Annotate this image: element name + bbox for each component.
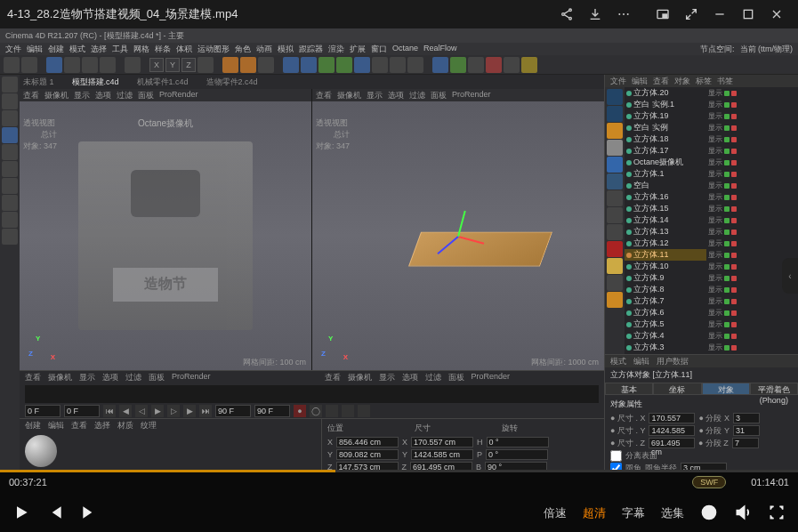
- tl-display2[interactable]: 显示: [379, 372, 395, 383]
- oc-icon-s2[interactable]: [607, 292, 623, 308]
- menu-octane[interactable]: Octane: [392, 44, 418, 54]
- tl-play-icon[interactable]: ▶: [151, 405, 164, 417]
- attr-edit[interactable]: 编辑: [633, 356, 649, 367]
- hierarchy-item[interactable]: 立方体.1: [625, 168, 706, 180]
- attr-tab-coord[interactable]: 坐标: [653, 383, 701, 395]
- timeline-end2[interactable]: [254, 405, 290, 417]
- move-tool-icon[interactable]: [64, 57, 80, 73]
- model-mode-icon[interactable]: [2, 77, 18, 93]
- coord-size[interactable]: 170.557 cm: [411, 437, 473, 447]
- attr-size[interactable]: 170.557 cm: [649, 413, 695, 423]
- menu-spline[interactable]: 样条: [155, 44, 171, 54]
- vp-prorender[interactable]: ProRender: [159, 90, 198, 101]
- side-expand-button[interactable]: ‹: [782, 258, 798, 294]
- viewport-right[interactable]: 查看 摄像机 显示 选项 过滤 面板 ProRender 透视视图 总计 对象:…: [312, 89, 604, 370]
- object-tags[interactable]: 显示 显示 显示 显示 显示 显示 显示 显示 显示 显示 显示 显示 显示 显…: [706, 87, 798, 354]
- oc-icon-10[interactable]: [607, 275, 623, 291]
- tl-prev-frame-icon[interactable]: ◁: [135, 405, 148, 417]
- workplane-icon[interactable]: [2, 195, 18, 211]
- mat-view[interactable]: 查看: [71, 420, 87, 431]
- pip-button[interactable]: [649, 2, 677, 27]
- tl-key-scale-icon[interactable]: [342, 405, 354, 417]
- hierarchy-item[interactable]: 立方体.19: [625, 110, 706, 122]
- axis-mode-icon[interactable]: [2, 110, 18, 126]
- menu-window[interactable]: 窗口: [371, 44, 387, 54]
- render-region-icon[interactable]: [240, 57, 256, 73]
- oc-icon-7[interactable]: [607, 224, 623, 240]
- vp-display[interactable]: 显示: [74, 90, 90, 101]
- octane-live-icon[interactable]: [521, 57, 537, 73]
- vp-prorender[interactable]: ProRender: [452, 90, 491, 101]
- attr-mode[interactable]: 模式: [610, 356, 626, 367]
- menu-simulate[interactable]: 模拟: [278, 44, 294, 54]
- mat-create[interactable]: 创建: [25, 420, 41, 431]
- tl-autokey-icon[interactable]: ◯: [310, 405, 322, 417]
- oc-icon-6[interactable]: [607, 207, 623, 223]
- menu-edit[interactable]: 编辑: [27, 44, 43, 54]
- tag-row[interactable]: 显示: [706, 342, 798, 353]
- menu-extensions[interactable]: 扩展: [350, 44, 366, 54]
- oc-icon-s[interactable]: [607, 123, 623, 139]
- hierarchy-item[interactable]: 立方体.5: [625, 318, 706, 330]
- settings-icon[interactable]: [700, 504, 718, 524]
- speed-button[interactable]: 倍速: [544, 505, 567, 521]
- hierarchy-item[interactable]: 立方体.9: [625, 272, 706, 284]
- undo-icon[interactable]: [4, 57, 20, 73]
- point-mode-icon[interactable]: [2, 127, 18, 143]
- fillet-radius-value[interactable]: 3 cm: [681, 463, 727, 470]
- hierarchy-item[interactable]: 立方体.16: [625, 191, 706, 203]
- camera-icon[interactable]: [390, 57, 406, 73]
- vp-display[interactable]: 显示: [367, 90, 383, 101]
- menu-realflow[interactable]: RealFlow: [423, 44, 457, 54]
- coord-pos[interactable]: 809.082 cm: [336, 449, 399, 460]
- menu-mode[interactable]: 模式: [69, 44, 85, 54]
- tl-next-frame-icon[interactable]: ▷: [167, 405, 180, 417]
- hierarchy-item[interactable]: 立方体.15: [625, 203, 706, 214]
- attr-seg[interactable]: 31: [733, 425, 760, 436]
- quality-button[interactable]: 超清: [583, 505, 606, 521]
- material-preview[interactable]: [25, 435, 57, 467]
- close-button[interactable]: [762, 2, 791, 27]
- menu-render[interactable]: 渲染: [328, 44, 344, 54]
- more-button[interactable]: [609, 2, 638, 27]
- tl-options2[interactable]: 选项: [402, 372, 418, 383]
- tab-parts2[interactable]: 造物零件2.c4d: [206, 77, 258, 88]
- generator-icon[interactable]: [318, 57, 335, 73]
- hierarchy-item[interactable]: 立方体.20: [625, 87, 706, 99]
- tl-panel[interactable]: 面板: [149, 372, 165, 383]
- hierarchy-item[interactable]: 空白 实例: [625, 122, 706, 133]
- tag-row[interactable]: 显示: [706, 180, 798, 191]
- attr-size[interactable]: 691.495 cm: [649, 438, 695, 448]
- menu-tracker[interactable]: 跟踪器: [299, 44, 323, 54]
- node-space-value[interactable]: 当前 (ttm/物理): [740, 44, 794, 54]
- vp-panel[interactable]: 面板: [431, 90, 447, 101]
- hierarchy-item[interactable]: 立方体.4: [625, 330, 706, 342]
- tl-prorender2[interactable]: ProRender: [472, 372, 511, 383]
- rp-objects[interactable]: 对象: [674, 76, 690, 86]
- tl-key-rot-icon[interactable]: [358, 405, 370, 417]
- hierarchy-item[interactable]: 空白: [625, 180, 706, 191]
- hierarchy-item[interactable]: 立方体.12: [625, 238, 706, 249]
- attr-userdata[interactable]: 用户数据: [657, 356, 689, 367]
- texture-mode-icon[interactable]: [2, 178, 18, 194]
- progress-track[interactable]: [0, 470, 798, 472]
- tl-filter2[interactable]: 过滤: [425, 372, 441, 383]
- vp-camera[interactable]: 摄像机: [337, 90, 361, 101]
- tl-view[interactable]: 查看: [25, 372, 41, 383]
- tag-row[interactable]: 显示: [706, 99, 798, 110]
- menu-volume[interactable]: 体积: [176, 44, 192, 54]
- hierarchy-item[interactable]: 立方体.17: [625, 145, 706, 157]
- mat-edit[interactable]: 编辑: [48, 420, 64, 431]
- coord-rot[interactable]: 90 °: [485, 462, 547, 470]
- tl-options[interactable]: 选项: [102, 372, 118, 383]
- hierarchy-item[interactable]: 立方体.14: [625, 214, 706, 226]
- oc-icon-4[interactable]: [607, 157, 623, 173]
- rp-edit[interactable]: 编辑: [632, 76, 648, 86]
- menu-tools[interactable]: 工具: [112, 44, 128, 54]
- hierarchy-item[interactable]: 立方体.18: [625, 133, 706, 145]
- episodes-button[interactable]: 选集: [661, 505, 684, 521]
- play-button[interactable]: [12, 504, 30, 523]
- vp-view[interactable]: 查看: [23, 90, 39, 101]
- menu-character[interactable]: 角色: [235, 44, 251, 54]
- tag-row[interactable]: 显示: [706, 238, 798, 249]
